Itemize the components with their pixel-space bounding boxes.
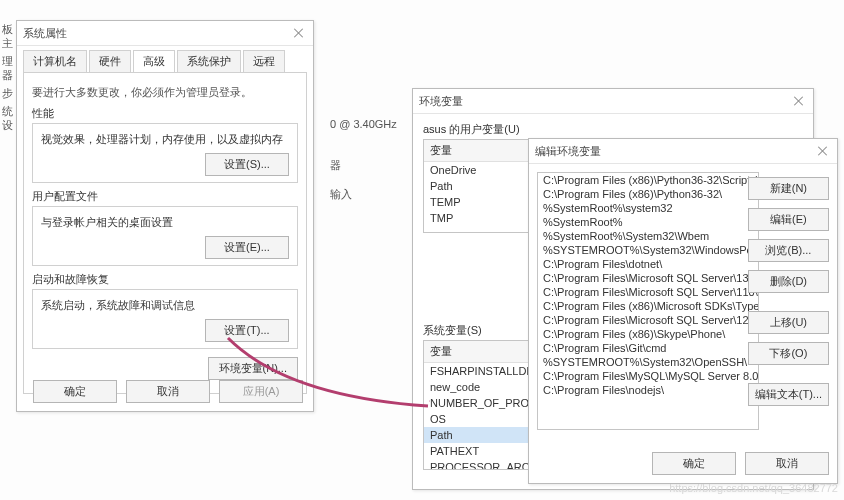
- delete-button[interactable]: 删除(D): [748, 270, 829, 293]
- startup-desc: 系统启动，系统故障和调试信息: [41, 298, 289, 313]
- ok-button[interactable]: 确定: [652, 452, 736, 475]
- startup-settings-button[interactable]: 设置(T)...: [205, 319, 289, 342]
- side-buttons: 新建(N) 编辑(E) 浏览(B)... 删除(D) 上移(U) 下移(O) 编…: [748, 177, 829, 406]
- list-item[interactable]: %SystemRoot%\System32\Wbem: [538, 229, 758, 243]
- background-info: 0 @ 3.40GHz 器 输入: [330, 118, 397, 202]
- move-up-button[interactable]: 上移(U): [748, 311, 829, 334]
- apply-button[interactable]: 应用(A): [219, 380, 303, 403]
- perf-group-title: 性能: [32, 106, 298, 121]
- perf-settings-button[interactable]: 设置(S)...: [205, 153, 289, 176]
- user-vars-label: asus 的用户变量(U): [423, 122, 803, 137]
- list-item[interactable]: %SystemRoot%: [538, 215, 758, 229]
- tab-advanced-panel: 要进行大多数更改，你必须作为管理员登录。 性能 视觉效果，处理器计划，内存使用，…: [23, 72, 307, 394]
- close-icon[interactable]: [291, 25, 307, 41]
- list-item[interactable]: C:\Program Files\Microsoft SQL Server\12…: [538, 313, 758, 327]
- tab-strip: 计算机名 硬件 高级 系统保护 远程: [17, 46, 313, 72]
- move-down-button[interactable]: 下移(O): [748, 342, 829, 365]
- list-item[interactable]: %SYSTEMROOT%\System32\WindowsPowerShell\…: [538, 243, 758, 257]
- ok-button[interactable]: 确定: [33, 380, 117, 403]
- close-icon[interactable]: [815, 143, 831, 159]
- dialog-buttons: 确定 取消: [646, 452, 829, 475]
- title: 环境变量: [419, 94, 791, 109]
- cancel-button[interactable]: 取消: [745, 452, 829, 475]
- tab-protection[interactable]: 系统保护: [177, 50, 241, 72]
- startup-group-title: 启动和故障恢复: [32, 272, 298, 287]
- list-item[interactable]: %SYSTEMROOT%\System32\OpenSSH\: [538, 355, 758, 369]
- path-list[interactable]: C:\Program Files (x86)\Python36-32\Scrip…: [537, 172, 759, 430]
- profile-group-title: 用户配置文件: [32, 189, 298, 204]
- list-item[interactable]: C:\Program Files (x86)\Skype\Phone\: [538, 327, 758, 341]
- list-item[interactable]: C:\Program Files\Git\cmd: [538, 341, 758, 355]
- list-item[interactable]: C:\Program Files (x86)\Python36-32\Scrip…: [538, 173, 758, 187]
- tab-remote[interactable]: 远程: [243, 50, 285, 72]
- tab-advanced[interactable]: 高级: [133, 50, 175, 72]
- edit-env-var-dialog: 编辑环境变量 C:\Program Files (x86)\Python36-3…: [528, 138, 838, 484]
- env-vars-button[interactable]: 环境变量(N)...: [208, 357, 298, 380]
- new-button[interactable]: 新建(N): [748, 177, 829, 200]
- system-properties-dialog: 系统属性 计算机名 硬件 高级 系统保护 远程 要进行大多数更改，你必须作为管理…: [16, 20, 314, 412]
- titlebar[interactable]: 编辑环境变量: [529, 139, 837, 164]
- list-item[interactable]: C:\Program Files\Microsoft SQL Server\13…: [538, 271, 758, 285]
- profile-settings-button[interactable]: 设置(E)...: [205, 236, 289, 259]
- browse-button[interactable]: 浏览(B)...: [748, 239, 829, 262]
- titlebar[interactable]: 系统属性: [17, 21, 313, 46]
- dialog-buttons: 确定 取消 应用(A): [27, 380, 303, 403]
- close-icon[interactable]: [791, 93, 807, 109]
- list-item[interactable]: C:\Program Files\nodejs\: [538, 383, 758, 397]
- cancel-button[interactable]: 取消: [126, 380, 210, 403]
- edit-text-button[interactable]: 编辑文本(T)...: [748, 383, 829, 406]
- list-item[interactable]: C:\Program Files\Microsoft SQL Server\11…: [538, 285, 758, 299]
- admin-note: 要进行大多数更改，你必须作为管理员登录。: [32, 85, 298, 100]
- perf-desc: 视觉效果，处理器计划，内存使用，以及虚拟内存: [41, 132, 289, 147]
- title: 编辑环境变量: [535, 144, 815, 159]
- tab-computer-name[interactable]: 计算机名: [23, 50, 87, 72]
- list-item[interactable]: C:\Program Files (x86)\Microsoft SDKs\Ty…: [538, 299, 758, 313]
- watermark: https://blog.csdn.net/qq_36482772: [669, 482, 838, 494]
- titlebar[interactable]: 环境变量: [413, 89, 813, 114]
- profile-desc: 与登录帐户相关的桌面设置: [41, 215, 289, 230]
- title: 系统属性: [23, 26, 291, 41]
- list-item[interactable]: C:\Program Files\MySQL\MySQL Server 8.0\…: [538, 369, 758, 383]
- list-item[interactable]: %SystemRoot%\system32: [538, 201, 758, 215]
- list-item[interactable]: C:\Program Files\dotnet\: [538, 257, 758, 271]
- list-item[interactable]: C:\Program Files (x86)\Python36-32\: [538, 187, 758, 201]
- edit-button[interactable]: 编辑(E): [748, 208, 829, 231]
- tab-hardware[interactable]: 硬件: [89, 50, 131, 72]
